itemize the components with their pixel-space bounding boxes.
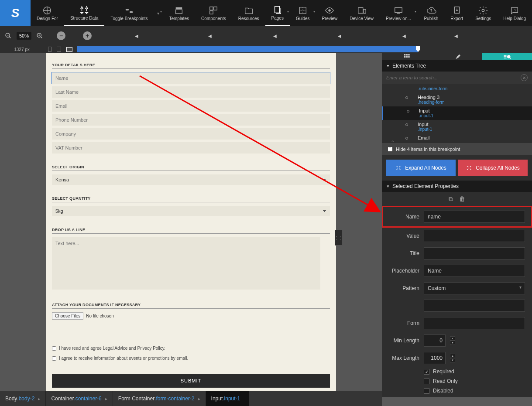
name-field[interactable] [52,72,330,84]
readonly-checkbox[interactable] [424,379,429,384]
vat-field[interactable] [52,142,330,154]
svg-point-9 [329,9,331,12]
toolbar-export[interactable]: Export [444,0,469,26]
prop-title-input[interactable] [424,247,525,259]
agree-promo-checkbox[interactable] [52,356,56,361]
svg-rect-18 [404,54,405,55]
delete-icon[interactable]: 🗑 [459,195,465,203]
hide-items-toggle[interactable]: Hide 4 items in this breakpoint [382,143,532,155]
breadcrumb-item[interactable]: Body.body-2 [0,391,46,406]
size-row: 1327 px [0,45,532,53]
duplicate-icon[interactable]: ⧉ [449,195,453,203]
toolbar-guides[interactable]: Guides [290,0,316,26]
stepper-up-icon[interactable]: ▲ [450,336,455,341]
toolbar-resources[interactable]: Resources [232,0,265,26]
prop-pattern-custom-input[interactable] [424,300,525,312]
origin-select[interactable]: Kenya [52,174,330,185]
stepper-down-icon[interactable]: ▼ [450,358,455,362]
device-icons [44,47,77,52]
toolbar-pages[interactable]: Pages [265,0,290,26]
agree-legal-checkbox[interactable] [52,346,56,351]
breadcrumb-item[interactable]: Form Container.form-container-2 [113,391,206,406]
toolbar-structure-data[interactable]: Structure Data [64,0,104,26]
message-textarea[interactable] [52,237,320,290]
toolbar-publish[interactable]: Publish [418,0,444,26]
svg-rect-12 [395,7,402,12]
svg-rect-7 [210,10,213,14]
section-attach: ATTACH YOUR DOCUMENTS IF NECESSARY [52,303,330,309]
breadcrumb-item-current[interactable]: Input.input-1 [206,391,250,406]
tree-item-selected[interactable]: Input.input-1 [382,106,532,120]
svg-rect-1 [126,9,129,10]
stepper-down-icon[interactable]: ▼ [450,341,455,345]
prop-name-input[interactable] [424,211,525,223]
phone-field[interactable] [52,114,330,126]
breadcrumb-item[interactable]: Container.container-6 [46,391,113,406]
prop-maxlength-input[interactable] [424,352,446,364]
toolbar-toggle-breakpoints[interactable]: Toggle Breakpoints [104,0,154,26]
submit-button[interactable]: SUBMIT [52,374,330,388]
remove-breakpoint-button[interactable]: − [57,31,65,40]
toolbar-device-view[interactable]: Device View [343,0,380,26]
prop-minlength-input[interactable] [424,334,446,347]
add-breakpoint-button[interactable]: + [83,31,92,40]
company-field[interactable] [52,128,330,140]
tree-item[interactable]: Heading 3.heading-form [382,93,532,106]
tree-item[interactable]: Email⌃ [382,133,532,142]
quantity-select[interactable]: 5kg [52,206,330,216]
email-field[interactable] [52,100,330,112]
expand-all-button[interactable]: Expand All Nodes [386,160,456,176]
panel-tab-grid[interactable] [382,53,432,60]
tree-item[interactable]: Input.input-1 [382,120,532,133]
toolbar-components[interactable]: Components [195,0,232,26]
app-logo[interactable]: S [0,0,31,26]
prop-name-row: Name [382,206,532,227]
properties-header[interactable]: Selected Element Properties [382,181,532,192]
elements-tree: .rule-inner-form Heading 3.heading-form … [382,84,532,143]
file-status: No file chosen [86,314,113,318]
toolbar-help[interactable]: ?Help Dialog [497,0,532,26]
svg-rect-5 [210,7,213,10]
device-desktop-icon[interactable] [66,47,72,52]
breadcrumb: Body.body-2 Container.container-6 Form C… [0,391,382,406]
device-tablet-icon[interactable] [57,47,61,52]
panel-tab-brush[interactable] [432,53,482,60]
tree-expand-icon[interactable]: ⌃ [391,140,395,146]
agree-promo-label: I agree to receive information about eve… [59,356,188,361]
svg-rect-19 [406,54,408,55]
prop-value-input[interactable] [424,230,525,242]
choose-files-button[interactable]: Choose Files [52,312,83,320]
toolbar-templates[interactable]: Templates [163,0,195,26]
toolbar-dropdown[interactable]: ▾ [154,0,163,26]
zoom-value[interactable]: 50% [17,32,31,40]
tree-search-input[interactable] [386,75,521,80]
section-message: DROP US A LINE [52,228,330,234]
elements-tree-header[interactable]: Elements Tree [382,60,532,72]
toolbar-preview-on[interactable]: Preview on... [380,0,417,26]
tree-item[interactable]: .rule-inner-form [382,85,532,93]
form-canvas: YOUR DETAILS HERE SELECT ORIGIN Kenya SE… [46,53,336,397]
clear-search-icon[interactable]: ✕ [521,74,528,81]
svg-rect-23 [408,56,410,58]
last-name-field[interactable] [52,86,330,98]
collapse-all-button[interactable]: Collapse All Nodes [458,160,528,176]
toolbar-preview[interactable]: Preview [316,0,344,26]
prop-pattern-select[interactable]: Custom [424,282,525,294]
canvas-side-handle[interactable]: ⋮⋮ [335,230,343,246]
section-origin: SELECT ORIGIN [52,165,330,171]
disabled-checkbox[interactable] [424,388,429,394]
svg-rect-20 [408,54,410,55]
stepper-up-icon[interactable]: ▲ [450,354,455,358]
toolbar-settings[interactable]: Settings [469,0,497,26]
panel-tab-search[interactable] [482,53,532,60]
svg-rect-2 [130,11,133,13]
required-checkbox[interactable] [424,369,429,375]
device-mobile-icon[interactable] [48,47,51,52]
zoom-in-icon[interactable] [35,31,45,41]
prop-form-input[interactable] [424,317,525,329]
prop-placeholder-input[interactable] [424,265,525,277]
width-marker-icon[interactable] [416,46,420,52]
width-bar[interactable] [77,46,532,52]
zoom-out-icon[interactable] [3,31,13,41]
toolbar-design-for[interactable]: Design For [31,0,64,26]
